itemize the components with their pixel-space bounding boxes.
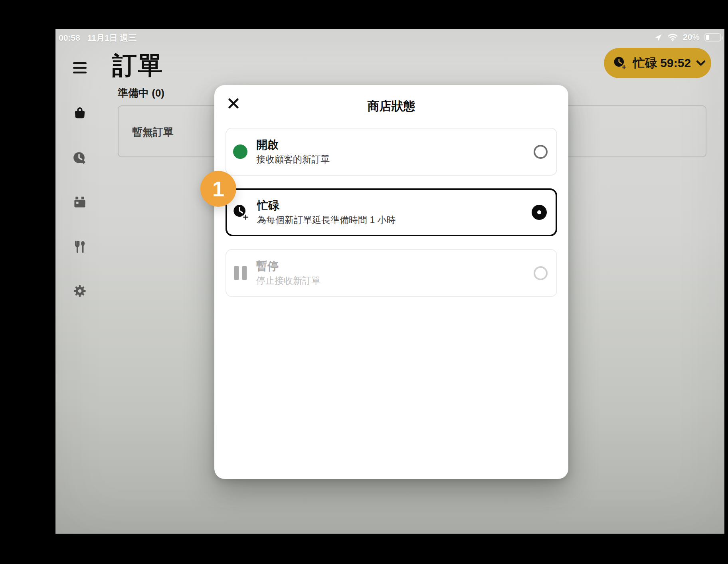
store-status-options: 開啟 接收顧客的新訂單 忙碌 為每個新 [226,128,557,310]
hamburger-icon [73,62,87,73]
pause-icon [234,266,247,280]
pause-status-icon [229,266,252,280]
chevron-down-icon [696,60,706,66]
sidebar-item-settings[interactable] [72,283,87,299]
clock-forward-icon [72,150,88,166]
option-busy-title: 忙碌 [257,199,532,212]
option-open[interactable]: 開啟 接收顧客的新訂單 [226,128,557,176]
location-arrow-icon [654,33,663,42]
option-busy-text: 忙碌 為每個新訂單延長準備時間 1 小時 [257,199,532,226]
status-bar-left: 00:58 11月1日 週三 [59,32,136,44]
status-date: 11月1日 週三 [87,32,137,44]
tutorial-step-number: 1 [212,176,224,201]
busy-clock-plus-icon [232,203,250,222]
tutorial-step-badge: 1 [200,171,236,207]
sidebar-item-orders[interactable] [72,105,87,121]
option-pause-radio [534,266,548,280]
battery-fill [706,35,709,40]
busy-status-icon [229,203,253,222]
tab-preparing[interactable]: 準備中 (0) [118,86,164,100]
option-pause[interactable]: 暫停 停止接收新訂單 [226,249,557,297]
option-open-radio[interactable] [534,145,548,159]
gear-icon [72,283,87,299]
modal-title: 商店狀態 [214,98,568,115]
status-time: 00:58 [59,33,80,43]
battery-percent: 20% [683,32,700,42]
store-status-modal: 商店狀態 開啟 接收顧客的新訂單 [214,85,568,479]
option-open-title: 開啟 [256,139,534,151]
sidebar-item-busy-mode[interactable] [72,151,87,166]
status-bar-right: 20% [654,32,721,42]
battery-cap [722,36,723,40]
sidebar-item-menu[interactable] [72,239,87,254]
sidebar-item-schedule[interactable] [72,194,87,210]
open-status-icon [229,144,252,159]
battery-icon [704,33,721,42]
store-status-pill-button[interactable]: 忙碌 59:52 [604,48,711,78]
hamburger-menu-button[interactable] [72,60,87,75]
option-open-text: 開啟 接收顧客的新訂單 [256,139,534,165]
wifi-icon [667,33,678,42]
busy-clock-plus-icon [613,55,628,71]
option-busy[interactable]: 忙碌 為每個新訂單延長準備時間 1 小時 [226,188,557,236]
option-pause-text: 暫停 停止接收新訂單 [256,260,534,287]
bag-icon [72,105,87,121]
orders-empty-state-text: 暫無訂單 [132,125,174,139]
calendar-icon [72,194,87,210]
green-dot-icon [233,144,247,159]
option-busy-subtitle: 為每個新訂單延長準備時間 1 小時 [257,215,532,226]
option-pause-title: 暫停 [256,260,534,273]
option-pause-subtitle: 停止接收新訂單 [256,275,534,287]
option-busy-radio-selected[interactable] [532,205,547,220]
utensils-icon [72,239,87,254]
app-screen: 00:58 11月1日 週三 20% [55,29,724,534]
tablet-frame: 00:58 11月1日 週三 20% [0,0,728,564]
store-status-pill-label: 忙碌 59:52 [633,55,691,71]
page-title: 訂單 [112,49,163,82]
option-open-subtitle: 接收顧客的新訂單 [256,154,534,165]
